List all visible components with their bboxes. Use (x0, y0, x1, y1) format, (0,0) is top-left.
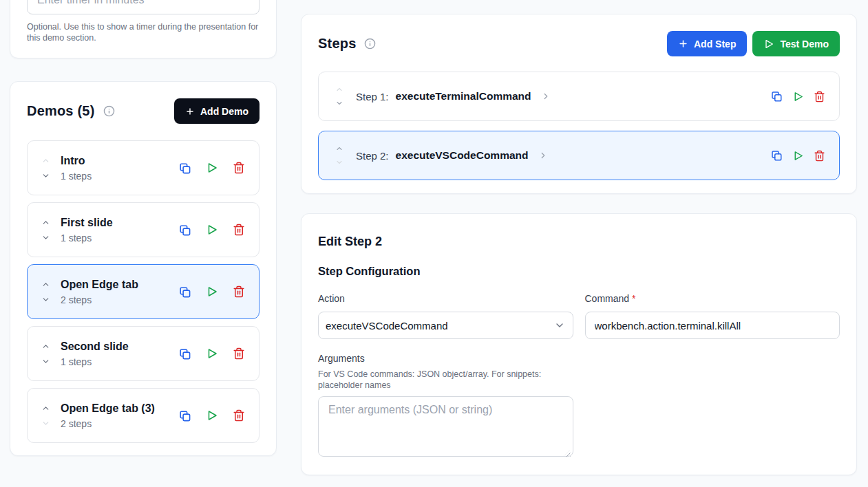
arguments-textarea[interactable] (318, 396, 573, 457)
steps-header: Steps Add Step Test Demo (318, 31, 840, 56)
step-actions (770, 90, 825, 102)
demo-move-down-button[interactable] (41, 419, 50, 428)
chevron-right-icon[interactable] (541, 91, 551, 101)
demo-reorder-controls (40, 342, 51, 366)
demo-step-count: 1 steps (61, 356, 129, 368)
step-label: Step 2: (356, 150, 389, 162)
demo-move-down-button[interactable] (41, 233, 50, 242)
demo-name: Open Edge tab (3) (61, 401, 155, 416)
duplicate-demo-button[interactable] (178, 224, 191, 237)
play-demo-button[interactable] (206, 285, 218, 298)
step-config-form: Action executeVSCodeCommand Command * (318, 293, 840, 339)
demo-name: Intro (61, 153, 92, 169)
demo-step-count: 2 steps (61, 294, 138, 306)
demo-actions (178, 347, 245, 360)
step-label: Step 1: (356, 91, 389, 102)
demo-step-count: 2 steps (61, 418, 155, 430)
demo-name: Open Edge tab (61, 277, 138, 292)
demo-move-up-button[interactable] (41, 342, 50, 351)
demos-card: Demos (5) Add Demo Intro (10, 81, 277, 456)
steps-card: Steps Add Step Test Demo (301, 14, 857, 194)
duplicate-demo-button[interactable] (178, 285, 191, 299)
demo-info: Open Edge tab (3) 2 steps (61, 401, 155, 430)
arguments-helper-text: For VS Code commands: JSON object/array.… (318, 369, 557, 391)
demo-actions (178, 409, 245, 422)
demo-reorder-controls (40, 156, 51, 180)
left-sidebar: Optional. Use this to show a timer durin… (10, 0, 277, 456)
demo-move-up-button[interactable] (41, 156, 50, 165)
delete-step-button[interactable] (814, 150, 825, 162)
step-list-item[interactable]: Step 2: executeVSCodeCommand (318, 131, 840, 180)
demo-list-item[interactable]: First slide 1 steps (27, 202, 260, 257)
duplicate-demo-button[interactable] (178, 409, 191, 422)
delete-demo-button[interactable] (233, 162, 245, 174)
step-move-up-button[interactable] (335, 85, 343, 94)
demo-move-up-button[interactable] (41, 218, 50, 227)
demo-move-down-button[interactable] (41, 295, 50, 304)
duplicate-demo-button[interactable] (178, 162, 191, 175)
demo-move-up-button[interactable] (41, 280, 50, 289)
command-label: Command * (585, 293, 840, 305)
play-demo-button[interactable] (206, 409, 218, 422)
step-reorder-controls (334, 85, 345, 107)
play-step-button[interactable] (792, 91, 804, 102)
step-name: executeVSCodeCommand (396, 149, 529, 162)
demo-move-down-button[interactable] (41, 171, 50, 180)
plus-icon (185, 107, 195, 116)
delete-demo-button[interactable] (233, 285, 245, 298)
demo-name: First slide (61, 215, 113, 230)
test-demo-label: Test Demo (780, 39, 829, 50)
delete-demo-button[interactable] (233, 347, 245, 360)
demo-list-item[interactable]: Second slide 1 steps (27, 326, 260, 381)
duplicate-demo-button[interactable] (178, 347, 191, 360)
play-step-button[interactable] (792, 150, 804, 162)
step-move-down-button[interactable] (335, 158, 343, 166)
demo-reorder-controls (40, 218, 51, 242)
demo-info: Open Edge tab 2 steps (61, 277, 138, 306)
step-move-down-button[interactable] (335, 99, 343, 107)
add-step-button[interactable]: Add Step (667, 31, 747, 56)
add-demo-button[interactable]: Add Demo (174, 98, 260, 124)
demo-info: First slide 1 steps (61, 215, 113, 244)
demo-info: Intro 1 steps (61, 153, 92, 182)
delete-demo-button[interactable] (233, 224, 245, 236)
step-list: Step 1: executeTerminalCommand Step 2 (318, 72, 840, 180)
chevron-right-icon[interactable] (538, 151, 548, 160)
command-field-group: Command * (585, 293, 840, 339)
steps-title: Steps (318, 36, 356, 52)
action-select[interactable]: executeVSCodeCommand (318, 312, 573, 339)
delete-demo-button[interactable] (233, 409, 245, 422)
demo-list-item[interactable]: Open Edge tab 2 steps (27, 264, 260, 319)
play-demo-button[interactable] (206, 347, 218, 360)
step-move-up-button[interactable] (335, 144, 343, 153)
command-input[interactable] (585, 312, 840, 339)
info-icon[interactable] (364, 38, 376, 50)
play-demo-button[interactable] (206, 162, 218, 174)
demo-info: Second slide 1 steps (61, 339, 129, 368)
timer-card: Optional. Use this to show a timer durin… (10, 0, 277, 58)
action-label: Action (318, 293, 573, 305)
play-demo-button[interactable] (206, 224, 218, 236)
test-demo-button[interactable]: Test Demo (752, 31, 840, 56)
demo-list-item[interactable]: Intro 1 steps (27, 140, 260, 195)
step-reorder-controls (334, 144, 345, 166)
arguments-field-group: Arguments For VS Code commands: JSON obj… (318, 353, 573, 459)
add-demo-label: Add Demo (200, 106, 248, 117)
edit-step-title: Edit Step 2 (318, 235, 840, 249)
delete-step-button[interactable] (814, 91, 825, 102)
demo-move-up-button[interactable] (41, 404, 50, 413)
duplicate-step-button[interactable] (770, 149, 783, 162)
main-panel: Steps Add Step Test Demo (301, 14, 857, 475)
demo-reorder-controls (40, 280, 51, 304)
duplicate-step-button[interactable] (770, 90, 783, 102)
info-icon[interactable] (103, 105, 115, 117)
demo-list: Intro 1 steps First slide 1 steps (27, 140, 260, 443)
step-name: executeTerminalCommand (396, 90, 531, 102)
demos-title: Demos (5) (27, 103, 95, 119)
timer-input[interactable] (27, 0, 260, 14)
demo-move-down-button[interactable] (41, 357, 50, 366)
demo-name: Second slide (61, 339, 129, 354)
step-list-item[interactable]: Step 1: executeTerminalCommand (318, 72, 840, 121)
demo-list-item[interactable]: Open Edge tab (3) 2 steps (27, 388, 260, 443)
arguments-label: Arguments (318, 353, 573, 365)
